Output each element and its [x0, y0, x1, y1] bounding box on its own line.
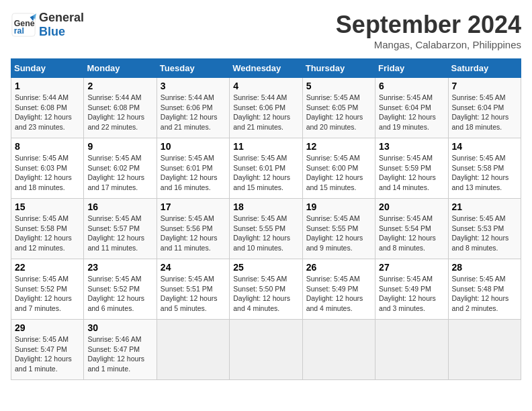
- calendar-cell: 15 Sunrise: 5:45 AM Sunset: 5:58 PM Dayl…: [11, 199, 84, 259]
- day-info: Sunrise: 5:45 AM Sunset: 5:51 PM Dayligh…: [161, 274, 226, 314]
- calendar-cell: 28 Sunrise: 5:45 AM Sunset: 5:48 PM Dayl…: [448, 259, 521, 320]
- calendar-cell: 2 Sunrise: 5:44 AM Sunset: 6:08 PM Dayli…: [84, 78, 157, 138]
- day-number: 19: [306, 201, 371, 212]
- day-number: 20: [379, 201, 444, 212]
- day-number: 6: [379, 81, 444, 91]
- calendar-cell: 3 Sunrise: 5:44 AM Sunset: 6:06 PM Dayli…: [157, 78, 229, 138]
- day-number: 26: [306, 262, 371, 273]
- day-number: 7: [452, 81, 517, 91]
- day-number: 30: [87, 322, 152, 333]
- calendar-cell: 24 Sunrise: 5:45 AM Sunset: 5:51 PM Dayl…: [157, 259, 229, 320]
- month-title: September 2024: [336, 11, 521, 39]
- calendar-cell: [157, 320, 229, 380]
- day-number: 14: [452, 141, 517, 152]
- header-friday: Friday: [375, 59, 448, 78]
- day-number: 13: [379, 141, 444, 152]
- day-number: 10: [161, 141, 226, 152]
- calendar-cell: [230, 320, 302, 380]
- day-info: Sunrise: 5:45 AM Sunset: 5:48 PM Dayligh…: [452, 274, 517, 314]
- week-row-4: 22 Sunrise: 5:45 AM Sunset: 5:52 PM Dayl…: [11, 259, 521, 320]
- calendar-cell: 27 Sunrise: 5:45 AM Sunset: 5:49 PM Dayl…: [375, 259, 448, 320]
- calendar-cell: 14 Sunrise: 5:45 AM Sunset: 5:58 PM Dayl…: [448, 138, 521, 199]
- header-monday: Monday: [84, 59, 157, 78]
- day-info: Sunrise: 5:45 AM Sunset: 5:52 PM Dayligh…: [15, 274, 80, 314]
- day-info: Sunrise: 5:45 AM Sunset: 5:55 PM Dayligh…: [233, 214, 298, 253]
- day-number: 25: [233, 262, 298, 273]
- calendar-cell: 6 Sunrise: 5:45 AM Sunset: 6:04 PM Dayli…: [375, 78, 448, 138]
- day-info: Sunrise: 5:44 AM Sunset: 6:08 PM Dayligh…: [15, 93, 80, 132]
- header-wednesday: Wednesday: [230, 59, 302, 78]
- calendar-cell: [302, 320, 375, 380]
- logo: Gene ral General Blue: [11, 11, 84, 39]
- week-row-3: 15 Sunrise: 5:45 AM Sunset: 5:58 PM Dayl…: [11, 199, 521, 259]
- calendar-cell: [375, 320, 448, 380]
- day-info: Sunrise: 5:45 AM Sunset: 6:05 PM Dayligh…: [306, 93, 371, 132]
- calendar-cell: 16 Sunrise: 5:45 AM Sunset: 5:57 PM Dayl…: [84, 199, 157, 259]
- day-number: 24: [161, 262, 226, 273]
- day-info: Sunrise: 5:45 AM Sunset: 5:49 PM Dayligh…: [306, 274, 371, 314]
- svg-text:ral: ral: [14, 26, 24, 36]
- calendar-cell: 17 Sunrise: 5:45 AM Sunset: 5:56 PM Dayl…: [157, 199, 229, 259]
- header-sunday: Sunday: [11, 59, 84, 78]
- logo-blue: Blue: [39, 25, 84, 39]
- day-number: 27: [379, 262, 444, 273]
- day-number: 3: [161, 81, 226, 91]
- day-info: Sunrise: 5:45 AM Sunset: 6:01 PM Dayligh…: [233, 153, 298, 193]
- calendar-cell: 26 Sunrise: 5:45 AM Sunset: 5:49 PM Dayl…: [302, 259, 375, 320]
- day-number: 4: [233, 81, 298, 91]
- page-header: Gene ral General Blue September 2024 Man…: [11, 11, 521, 50]
- day-number: 21: [452, 201, 517, 212]
- calendar-cell: 30 Sunrise: 5:46 AM Sunset: 5:47 PM Dayl…: [84, 320, 157, 380]
- day-info: Sunrise: 5:45 AM Sunset: 6:03 PM Dayligh…: [15, 153, 80, 193]
- day-info: Sunrise: 5:44 AM Sunset: 6:08 PM Dayligh…: [87, 93, 152, 132]
- day-info: Sunrise: 5:45 AM Sunset: 5:53 PM Dayligh…: [452, 214, 517, 253]
- day-info: Sunrise: 5:44 AM Sunset: 6:06 PM Dayligh…: [161, 93, 226, 132]
- calendar-cell: 9 Sunrise: 5:45 AM Sunset: 6:02 PM Dayli…: [84, 138, 157, 199]
- calendar-cell: 12 Sunrise: 5:45 AM Sunset: 6:00 PM Dayl…: [302, 138, 375, 199]
- day-info: Sunrise: 5:45 AM Sunset: 5:58 PM Dayligh…: [15, 214, 80, 253]
- day-number: 11: [233, 141, 298, 152]
- day-number: 18: [233, 201, 298, 212]
- day-info: Sunrise: 5:45 AM Sunset: 6:00 PM Dayligh…: [306, 153, 371, 193]
- day-info: Sunrise: 5:45 AM Sunset: 5:56 PM Dayligh…: [161, 214, 226, 253]
- calendar-header-row: SundayMondayTuesdayWednesdayThursdayFrid…: [11, 59, 521, 78]
- day-info: Sunrise: 5:45 AM Sunset: 5:52 PM Dayligh…: [87, 274, 152, 314]
- calendar-cell: 23 Sunrise: 5:45 AM Sunset: 5:52 PM Dayl…: [84, 259, 157, 320]
- calendar-cell: 21 Sunrise: 5:45 AM Sunset: 5:53 PM Dayl…: [448, 199, 521, 259]
- day-info: Sunrise: 5:45 AM Sunset: 6:01 PM Dayligh…: [161, 153, 226, 193]
- header-saturday: Saturday: [448, 59, 521, 78]
- week-row-5: 29 Sunrise: 5:45 AM Sunset: 5:47 PM Dayl…: [11, 320, 521, 380]
- day-number: 12: [306, 141, 371, 152]
- day-info: Sunrise: 5:45 AM Sunset: 5:54 PM Dayligh…: [379, 214, 444, 253]
- week-row-1: 1 Sunrise: 5:44 AM Sunset: 6:08 PM Dayli…: [11, 78, 521, 138]
- day-info: Sunrise: 5:45 AM Sunset: 5:50 PM Dayligh…: [233, 274, 298, 314]
- calendar-cell: 22 Sunrise: 5:45 AM Sunset: 5:52 PM Dayl…: [11, 259, 84, 320]
- title-block: September 2024 Mangas, Calabarzon, Phili…: [336, 11, 521, 50]
- calendar-cell: 11 Sunrise: 5:45 AM Sunset: 6:01 PM Dayl…: [230, 138, 302, 199]
- day-info: Sunrise: 5:45 AM Sunset: 5:59 PM Dayligh…: [379, 153, 444, 193]
- location: Mangas, Calabarzon, Philippines: [336, 39, 521, 50]
- day-info: Sunrise: 5:45 AM Sunset: 5:58 PM Dayligh…: [452, 153, 517, 193]
- day-number: 8: [15, 141, 80, 152]
- day-number: 23: [87, 262, 152, 273]
- calendar-cell: 8 Sunrise: 5:45 AM Sunset: 6:03 PM Dayli…: [11, 138, 84, 199]
- day-info: Sunrise: 5:45 AM Sunset: 5:47 PM Dayligh…: [15, 334, 80, 374]
- day-info: Sunrise: 5:46 AM Sunset: 5:47 PM Dayligh…: [87, 334, 152, 374]
- day-info: Sunrise: 5:45 AM Sunset: 5:55 PM Dayligh…: [306, 214, 371, 253]
- calendar-cell: 13 Sunrise: 5:45 AM Sunset: 5:59 PM Dayl…: [375, 138, 448, 199]
- day-number: 16: [87, 201, 152, 212]
- day-info: Sunrise: 5:45 AM Sunset: 5:57 PM Dayligh…: [87, 214, 152, 253]
- calendar-cell: 19 Sunrise: 5:45 AM Sunset: 5:55 PM Dayl…: [302, 199, 375, 259]
- calendar-cell: 18 Sunrise: 5:45 AM Sunset: 5:55 PM Dayl…: [230, 199, 302, 259]
- day-info: Sunrise: 5:44 AM Sunset: 6:06 PM Dayligh…: [233, 93, 298, 132]
- day-number: 2: [87, 81, 152, 91]
- calendar-cell: 7 Sunrise: 5:45 AM Sunset: 6:04 PM Dayli…: [448, 78, 521, 138]
- header-thursday: Thursday: [302, 59, 375, 78]
- day-number: 15: [15, 201, 80, 212]
- day-number: 29: [15, 322, 80, 333]
- day-number: 22: [15, 262, 80, 273]
- calendar-cell: 10 Sunrise: 5:45 AM Sunset: 6:01 PM Dayl…: [157, 138, 229, 199]
- calendar-cell: 5 Sunrise: 5:45 AM Sunset: 6:05 PM Dayli…: [302, 78, 375, 138]
- day-info: Sunrise: 5:45 AM Sunset: 6:04 PM Dayligh…: [452, 93, 517, 132]
- calendar-table: SundayMondayTuesdayWednesdayThursdayFrid…: [11, 58, 521, 380]
